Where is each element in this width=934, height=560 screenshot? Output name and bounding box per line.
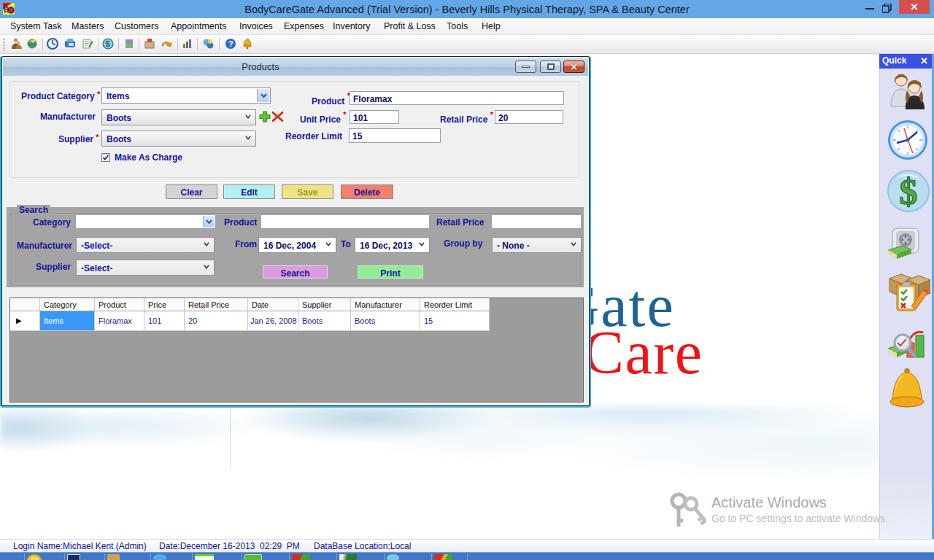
svg-text:$: $ (900, 171, 918, 212)
svg-text:$: $ (106, 39, 110, 48)
svg-text:?: ? (228, 39, 234, 48)
